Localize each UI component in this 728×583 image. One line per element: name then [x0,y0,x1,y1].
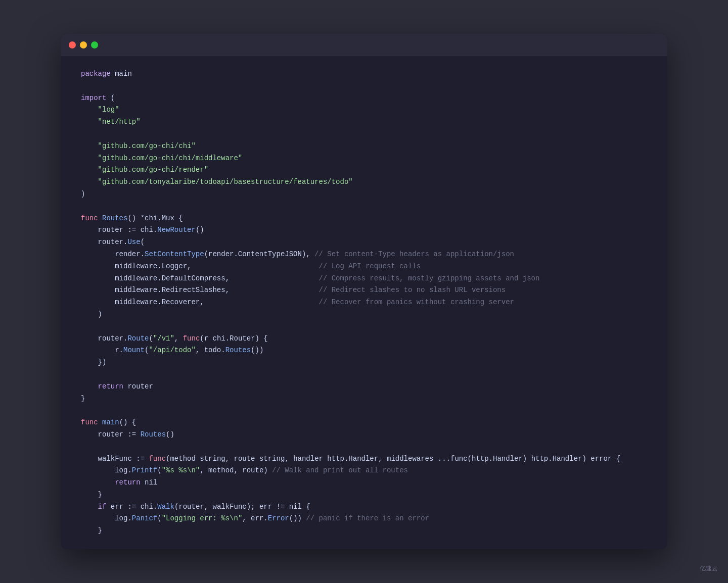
code-line: }) [81,357,647,369]
code-line: router.Route("/v1", func(r chi.Router) { [81,333,647,345]
titlebar [61,34,667,56]
code-line [81,321,647,333]
code-line: router := Routes() [81,429,647,441]
code-line [81,80,647,92]
code-line: "github.com/tonyalaribe/todoapi/basestru… [81,176,647,188]
code-line: "github.com/go-chi/chi" [81,140,647,153]
minimize-button[interactable] [80,41,87,48]
close-button[interactable] [69,41,76,48]
maximize-button[interactable] [91,41,98,48]
code-line: func main() { [81,417,647,429]
code-line: middleware.Recoverer, // Recover from pa… [81,297,647,309]
code-line: import ( [81,92,647,105]
code-line [81,537,647,549]
code-line: log.Panicf("Logging err: %s\n", err.Erro… [81,513,647,525]
code-line [81,201,647,213]
code-line: return nil [81,477,647,489]
code-line [81,405,647,417]
code-line: "log" [81,104,647,116]
code-line: middleware.DefaultCompress, // Compress … [81,273,647,285]
code-line: ) [81,188,647,201]
code-line: } [81,525,647,537]
code-line: "github.com/go-chi/chi/middleware" [81,153,647,165]
code-line: middleware.Logger, // Log API request ca… [81,261,647,273]
code-line: return router [81,381,647,393]
code-line: log.Printf("%s %s\n", method, route) // … [81,465,647,477]
code-line [81,369,647,381]
code-window: package main import ( "log" "net/http" "… [61,34,667,549]
code-line: } [81,393,647,405]
code-line: package main [81,68,647,80]
code-line [81,441,647,453]
traffic-lights [69,41,98,48]
code-line: if err := chi.Walk(router, walkFunc); er… [81,501,647,513]
code-editor[interactable]: package main import ( "log" "net/http" "… [61,56,667,549]
code-line: router := chi.NewRouter() [81,224,647,236]
code-line: r.Mount("/api/todo", todo.Routes()) [81,345,647,357]
code-line [81,128,647,140]
watermark: 亿速云 [700,564,718,573]
code-line: "net/http" [81,116,647,128]
code-line: walkFunc := func(method string, route st… [81,453,647,465]
code-line: "github.com/go-chi/render" [81,164,647,176]
code-line: render.SetContentType(render.ContentType… [81,249,647,261]
code-line: func Routes() *chi.Mux { [81,213,647,225]
code-line: router.Use( [81,236,647,249]
code-line: middleware.RedirectSlashes, // Redirect … [81,284,647,297]
code-line: ) [81,309,647,321]
code-line: } [81,489,647,501]
